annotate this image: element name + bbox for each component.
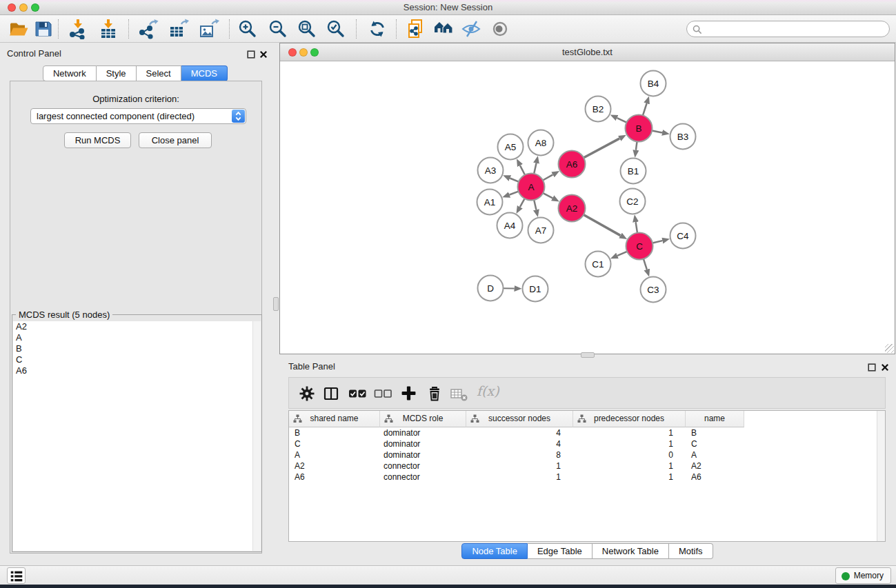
cell-shared-name[interactable]: A (289, 449, 380, 460)
tab-style[interactable]: Style (97, 65, 137, 81)
graph-edge-A-A2[interactable] (543, 193, 552, 198)
float-panel-icon[interactable] (247, 49, 256, 58)
table-row[interactable]: Bdominator41B (289, 427, 877, 438)
close-panel-icon[interactable] (259, 49, 268, 58)
cell-predecessor[interactable]: 1 (573, 460, 686, 472)
search-input[interactable] (705, 23, 884, 36)
close-panel-button[interactable]: Close panel (139, 132, 212, 148)
table-row[interactable]: A2connector11A2 (289, 460, 877, 472)
graph-edge-A-A1[interactable] (510, 192, 519, 195)
tab-motifs[interactable]: Motifs (669, 543, 713, 559)
show-column-icon[interactable] (323, 385, 339, 405)
network-graph-canvas[interactable]: AA1A2A3A4A5A6A7A8BB1B2B3B4CC1C2C3C4DD1 (280, 61, 895, 354)
graph-node-B[interactable]: B (626, 115, 653, 142)
show-graphics-icon[interactable] (490, 19, 510, 39)
graph-edge-A-A7[interactable] (534, 200, 536, 210)
network-snapshot-icon[interactable] (406, 19, 426, 39)
unselect-all-columns-icon[interactable] (374, 388, 392, 402)
export-network-icon[interactable] (138, 19, 159, 39)
graph-edge-A-A3[interactable] (510, 179, 519, 182)
delete-table-icon[interactable] (450, 387, 468, 405)
tab-network[interactable]: Network (43, 65, 97, 81)
cell-name[interactable]: A (686, 449, 744, 460)
task-history-button[interactable] (7, 567, 26, 584)
graph-node-A3[interactable]: A3 (478, 158, 504, 183)
column-header-successor-nodes[interactable]: successor nodes (466, 411, 573, 427)
cell-mcds-role[interactable]: dominator (380, 438, 466, 449)
float-table-panel-icon[interactable] (868, 362, 877, 371)
graph-node-A7[interactable]: A7 (528, 218, 554, 243)
graph-node-B2[interactable]: B2 (586, 97, 611, 122)
cell-predecessor[interactable]: 1 (573, 472, 686, 483)
cell-name[interactable]: C (686, 438, 744, 449)
graph-edge-B-B3[interactable] (652, 131, 662, 133)
graph-node-A6[interactable]: A6 (559, 151, 586, 178)
cell-mcds-role[interactable]: dominator (380, 427, 466, 438)
tab-mcds[interactable]: MCDS (181, 65, 228, 81)
cell-mcds-role[interactable]: connector (380, 472, 466, 483)
cell-predecessor[interactable]: 1 (573, 427, 686, 438)
zoom-out-icon[interactable] (268, 19, 288, 39)
graph-edge-C-C1[interactable] (617, 252, 627, 256)
resize-grip-icon[interactable] (885, 344, 894, 353)
export-table-icon[interactable] (168, 19, 189, 39)
tab-edge-table[interactable]: Edge Table (528, 543, 593, 559)
graph-node-C[interactable]: C (626, 233, 653, 260)
cell-predecessor[interactable]: 0 (573, 449, 686, 460)
graph-edge-C-C4[interactable] (653, 241, 662, 243)
search-field[interactable] (686, 21, 890, 37)
graph-node-A[interactable]: A (518, 174, 545, 201)
cell-shared-name[interactable]: A6 (289, 472, 380, 483)
graph-node-A8[interactable]: A8 (528, 130, 554, 156)
mcds-result-item[interactable]: C (13, 354, 261, 365)
mcds-result-list[interactable]: A2ABCA6 (13, 321, 261, 551)
cell-successor[interactable]: 4 (466, 438, 573, 449)
graph-edge-C-C2[interactable] (636, 222, 637, 233)
mcds-result-item[interactable]: A6 (13, 365, 261, 376)
splitter-handle-horizontal[interactable] (581, 352, 595, 358)
cell-mcds-role[interactable]: dominator (380, 449, 466, 460)
list-scrollbar[interactable] (252, 321, 261, 551)
graph-edge-A6-B[interactable] (584, 139, 619, 158)
tab-select[interactable]: Select (137, 65, 181, 81)
delete-column-icon[interactable] (426, 385, 443, 405)
mcds-result-item[interactable]: A (13, 332, 261, 343)
refresh-icon[interactable] (367, 19, 388, 39)
graph-node-C3[interactable]: C3 (641, 277, 666, 303)
cell-mcds-role[interactable]: connector (380, 460, 466, 472)
graph-edge-A-A4[interactable] (520, 199, 525, 207)
mcds-result-item[interactable]: A2 (13, 321, 261, 332)
cell-shared-name[interactable]: B (289, 427, 380, 438)
cell-shared-name[interactable]: C (289, 438, 380, 449)
mcds-result-item[interactable]: B (13, 343, 261, 354)
memory-status-button[interactable]: Memory (835, 567, 891, 584)
table-row[interactable]: A6connector11A6 (289, 472, 877, 483)
cell-successor[interactable]: 8 (466, 449, 573, 460)
graph-edge-A-A5[interactable] (520, 165, 525, 175)
graph-node-D[interactable]: D (478, 276, 504, 301)
tab-node-table[interactable]: Node Table (461, 543, 528, 559)
graph-node-A2[interactable]: A2 (559, 195, 586, 222)
zoom-in-icon[interactable] (237, 19, 258, 39)
column-header-mcds-role[interactable]: MCDS role (380, 411, 466, 427)
cell-name[interactable]: A2 (686, 460, 744, 472)
column-settings-gear-icon[interactable] (299, 385, 315, 405)
home-layout-icon[interactable] (433, 19, 454, 39)
cell-name[interactable]: B (686, 427, 744, 438)
cell-successor[interactable]: 1 (466, 460, 573, 472)
graph-node-C2[interactable]: C2 (620, 189, 646, 214)
import-table-icon[interactable] (98, 19, 119, 39)
graph-node-D1[interactable]: D1 (523, 276, 548, 302)
cell-name[interactable]: A6 (686, 472, 744, 483)
select-all-columns-icon[interactable] (348, 388, 367, 402)
table-row[interactable]: Cdominator41C (289, 438, 877, 449)
graph-node-B1[interactable]: B1 (621, 159, 646, 184)
graph-edge-A-A8[interactable] (534, 163, 536, 174)
close-table-panel-icon[interactable] (881, 362, 890, 371)
network-window-title-bar[interactable]: testGlobe.txt (280, 43, 895, 61)
graph-node-C4[interactable]: C4 (670, 223, 696, 249)
column-header-name[interactable]: name (686, 411, 744, 427)
graph-edge-B-B4[interactable] (643, 103, 647, 115)
graph-node-A5[interactable]: A5 (498, 134, 524, 160)
table-row[interactable]: Adominator80A (289, 449, 877, 460)
